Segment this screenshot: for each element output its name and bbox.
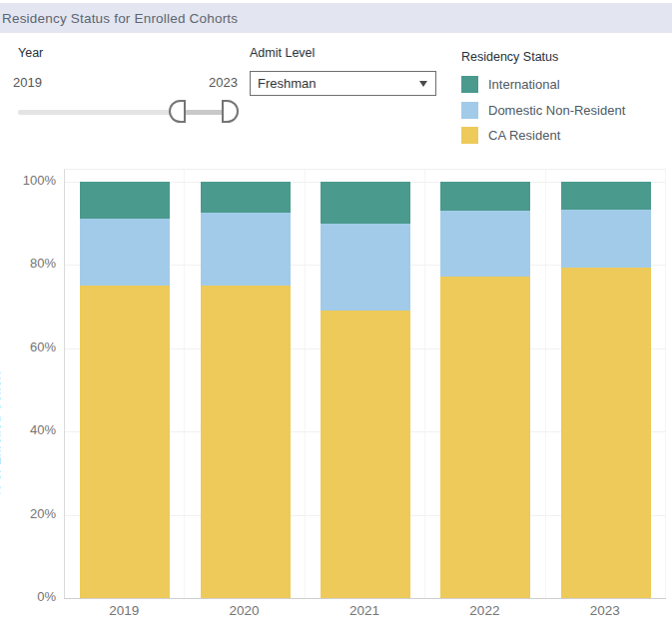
dashboard: Residency Status for Enrolled Cohorts Ye… xyxy=(0,0,672,640)
y-tick-label-20%: 20% xyxy=(8,506,56,521)
legend-swatch xyxy=(461,127,478,144)
x-tick-label-2023: 2023 xyxy=(545,603,665,618)
bar-segment-2021-domestic-non-resident[interactable] xyxy=(321,224,410,312)
bar-segment-2020-ca-resident[interactable] xyxy=(201,286,291,598)
year-range-min-label: 2019 xyxy=(13,75,42,90)
bar-segment-2020-domestic-non-resident[interactable] xyxy=(201,213,291,286)
bar-segment-2022-ca-resident[interactable] xyxy=(440,277,530,598)
bar-segment-2022-international[interactable] xyxy=(440,182,530,211)
window-title-bar: Residency Status for Enrolled Cohorts xyxy=(0,3,672,33)
year-range-slider[interactable] xyxy=(18,100,240,126)
bar-segment-2023-international[interactable] xyxy=(561,182,651,210)
stacked-bar-chart xyxy=(64,169,666,599)
legend-item-label: International xyxy=(488,77,560,92)
legend-title: Residency Status xyxy=(461,50,558,64)
bar-segment-2021-international[interactable] xyxy=(321,182,410,224)
x-tick-label-2021: 2021 xyxy=(305,603,424,618)
legend: InternationalDomestic Non-ResidentCA Res… xyxy=(461,76,625,153)
admit-level-filter-label: Admit Level xyxy=(250,46,315,60)
admit-level-selected-value: Freshman xyxy=(251,76,419,91)
y-axis-title: % of Enrolled Cohort xyxy=(0,272,3,496)
x-tick-label-2019: 2019 xyxy=(64,603,184,618)
bar-segment-2021-ca-resident[interactable] xyxy=(321,311,410,598)
year-filter-label: Year xyxy=(18,46,43,60)
y-tick-label-40%: 40% xyxy=(8,422,56,437)
admit-level-dropdown[interactable]: Freshman xyxy=(250,71,436,96)
column-divider xyxy=(184,170,185,598)
legend-item-label: Domestic Non-Resident xyxy=(488,103,625,118)
y-tick-label-0%: 0% xyxy=(8,589,56,604)
column-divider xyxy=(305,170,306,598)
bar-segment-2023-ca-resident[interactable] xyxy=(561,268,651,598)
bar-segment-2023-domestic-non-resident[interactable] xyxy=(561,210,651,268)
page-title: Residency Status for Enrolled Cohorts xyxy=(0,11,238,26)
x-tick-label-2020: 2020 xyxy=(184,603,304,618)
y-axis-title-clip: % of Enrolled Cohort xyxy=(0,272,6,496)
x-tick-label-2022: 2022 xyxy=(424,603,544,618)
bar-segment-2022-domestic-non-resident[interactable] xyxy=(440,211,530,277)
y-tick-label-60%: 60% xyxy=(8,339,56,354)
bar-segment-2019-ca-resident[interactable] xyxy=(80,286,170,598)
column-divider xyxy=(545,170,546,598)
bar-segment-2019-international[interactable] xyxy=(80,182,170,219)
column-divider xyxy=(665,170,666,598)
legend-swatch xyxy=(461,102,478,119)
y-tick-label-80%: 80% xyxy=(8,256,56,271)
bar-segment-2020-international[interactable] xyxy=(201,182,291,213)
legend-swatch xyxy=(461,76,478,93)
legend-item-label: CA Resident xyxy=(488,128,560,143)
legend-item-domestic-non-resident[interactable]: Domestic Non-Resident xyxy=(461,102,625,119)
legend-item-ca-resident[interactable]: CA Resident xyxy=(461,127,625,144)
slider-left-handle[interactable] xyxy=(169,100,186,123)
column-divider xyxy=(424,170,425,598)
y-tick-label-100%: 100% xyxy=(8,173,56,188)
bar-segment-2019-domestic-non-resident[interactable] xyxy=(80,219,170,287)
slider-right-handle[interactable] xyxy=(222,100,239,123)
year-range-max-label: 2023 xyxy=(204,75,238,90)
chevron-down-icon xyxy=(419,81,427,87)
legend-item-international[interactable]: International xyxy=(461,76,625,93)
